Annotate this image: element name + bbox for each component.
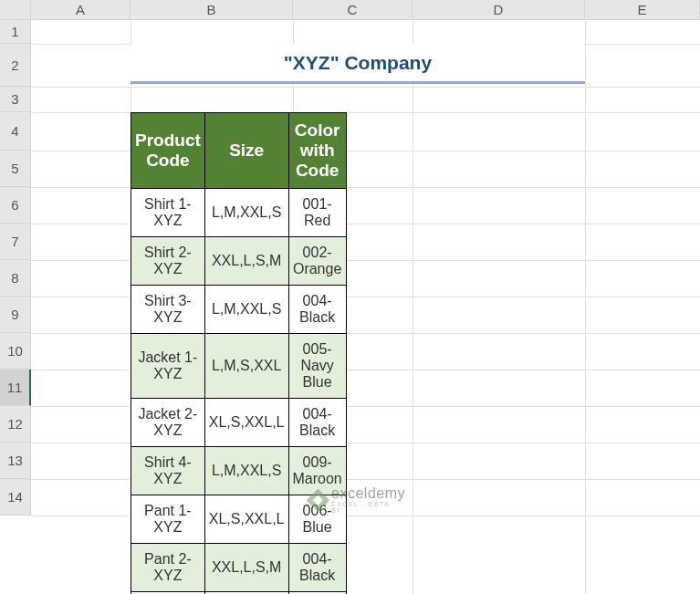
page-title: "XYZ" Company — [131, 44, 585, 84]
header-color[interactable]: Color with Code — [288, 113, 346, 189]
watermark-sub: EXCEL · DATA · BI — [331, 501, 405, 514]
header-row: Product Code Size Color with Code — [131, 113, 347, 189]
cell[interactable]: Pant 2-XYZ — [131, 544, 205, 592]
cell[interactable]: Shirt 1-XYZ — [131, 189, 205, 237]
cell[interactable]: Shirt 2-XYZ — [131, 237, 205, 286]
select-all-corner[interactable] — [0, 0, 31, 20]
row-header-11[interactable]: 11 — [0, 370, 31, 406]
cell[interactable]: XXL,L,S,M — [204, 237, 288, 286]
row-header-8[interactable]: 8 — [0, 260, 31, 297]
table-row[interactable]: Shirt 3-XYZL,M,XXL,S004-Black — [131, 286, 347, 334]
cell[interactable]: L,M,XXL,S — [204, 286, 288, 334]
row-header-14[interactable]: 14 — [0, 479, 31, 516]
gridline-v — [585, 20, 586, 594]
table-row[interactable]: Shirt 2-XYZXXL,L,S,M002-Orange — [131, 237, 347, 286]
cell[interactable]: Shirt 3-XYZ — [131, 286, 205, 334]
col-header-D[interactable]: D — [413, 0, 585, 20]
cell[interactable]: 004-Black — [288, 286, 346, 334]
watermark-text: exceldemy EXCEL · DATA · BI — [331, 486, 405, 514]
row-header-3[interactable]: 3 — [0, 87, 31, 112]
row-header-7[interactable]: 7 — [0, 224, 31, 260]
gridline-v — [413, 20, 413, 594]
column-headers: A B C D E — [0, 0, 700, 20]
row-header-4[interactable]: 4 — [0, 112, 31, 151]
table-row[interactable]: Jacket 2-XYZXL,S,XXL,L004-Black — [131, 399, 347, 447]
cell[interactable]: 002-Orange — [288, 237, 346, 286]
row-header-5[interactable]: 5 — [0, 151, 31, 187]
cell[interactable]: Jacket 1-XYZ — [131, 334, 205, 399]
spreadsheet-grid: A B C D E 1234567891011121314 "XYZ" Comp… — [0, 0, 700, 594]
row-header-12[interactable]: 12 — [0, 406, 31, 443]
data-table: Product Code Size Color with Code Shirt … — [131, 112, 347, 594]
cell[interactable]: Pant 1-XYZ — [131, 495, 205, 544]
row-header-6[interactable]: 6 — [0, 187, 31, 224]
watermark-main: exceldemy — [331, 486, 405, 501]
cell[interactable]: XL,S,XXL,L — [204, 495, 288, 544]
watermark: exceldemy EXCEL · DATA · BI — [310, 486, 406, 514]
col-header-B[interactable]: B — [131, 0, 293, 20]
col-header-A[interactable]: A — [31, 0, 131, 20]
row-header-13[interactable]: 13 — [0, 443, 31, 479]
cell[interactable]: L,M,XXL,S — [204, 189, 288, 237]
cell[interactable]: Shirt 4-XYZ — [131, 447, 205, 495]
row-header-2[interactable]: 2 — [0, 44, 31, 87]
row-header-9[interactable]: 9 — [0, 297, 31, 333]
table-row[interactable]: Shirt 1-XYZL,M,XXL,S001-Red — [131, 189, 347, 237]
cell[interactable]: 004-Black — [288, 544, 346, 592]
col-header-C[interactable]: C — [293, 0, 413, 20]
header-size[interactable]: Size — [204, 113, 288, 189]
row-header-10[interactable]: 10 — [0, 333, 31, 370]
table-row[interactable]: Jacket 1-XYZL,M,S,XXL005-Navy Blue — [131, 334, 347, 399]
header-product-code[interactable]: Product Code — [131, 113, 205, 189]
row-headers: 1234567891011121314 — [0, 20, 31, 516]
cell[interactable]: L,M,S,XXL — [204, 334, 288, 399]
table-row[interactable]: Pant 2-XYZXXL,L,S,M004-Black — [131, 544, 347, 592]
cell[interactable]: 001-Red — [288, 189, 346, 237]
cell[interactable]: Jacket 2-XYZ — [131, 399, 205, 447]
cell[interactable]: XXL,L,S,M — [204, 544, 288, 592]
col-header-E[interactable]: E — [585, 0, 700, 20]
row-header-1[interactable]: 1 — [0, 20, 31, 44]
watermark-logo-icon — [307, 488, 329, 511]
cell[interactable]: 005-Navy Blue — [288, 334, 346, 399]
cell[interactable]: 004-Black — [288, 399, 346, 447]
cell[interactable]: XL,S,XXL,L — [204, 399, 288, 447]
cell[interactable]: L,M,XXL,S — [204, 447, 288, 495]
